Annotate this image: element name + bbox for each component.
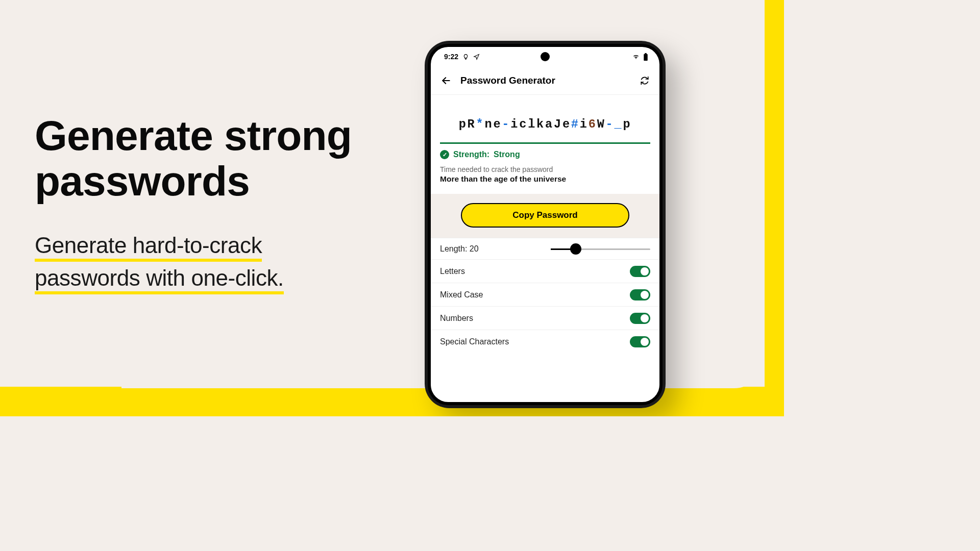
- special-chars-toggle[interactable]: [630, 336, 650, 347]
- bulb-icon: [462, 54, 469, 60]
- numbers-row: Numbers: [431, 306, 659, 330]
- check-icon: ✓: [440, 150, 449, 159]
- length-row: Length: 20: [431, 238, 659, 259]
- yellow-bottom-accent: [0, 387, 784, 416]
- numbers-label: Numbers: [440, 314, 473, 323]
- copy-password-button[interactable]: Copy Password: [461, 203, 629, 228]
- special-chars-row: Special Characters: [431, 330, 659, 353]
- mixed-case-toggle[interactable]: [630, 289, 650, 300]
- wifi-icon: [632, 53, 640, 60]
- letters-row: Letters: [431, 259, 659, 283]
- headline: Generate strong passwords: [35, 113, 392, 204]
- phone-camera: [541, 52, 550, 61]
- battery-icon: [643, 53, 648, 61]
- status-time: 9:22: [444, 53, 458, 61]
- yellow-side-accent: [765, 0, 784, 416]
- length-slider[interactable]: [551, 248, 650, 250]
- app-title: Password Generator: [460, 75, 631, 86]
- phone-mockup: 9:22 Password Generator pR*ne-iclkaJe#i6…: [425, 41, 666, 408]
- letters-label: Letters: [440, 267, 465, 276]
- svg-rect-1: [644, 54, 648, 60]
- letters-toggle[interactable]: [630, 266, 650, 277]
- marketing-block: Generate strong passwords Generate hard-…: [35, 113, 392, 294]
- strength-label: Strength:: [453, 150, 489, 159]
- subhead-line-1: Generate hard-to-crack: [35, 233, 262, 262]
- location-icon: [473, 54, 480, 60]
- app-header: Password Generator: [431, 66, 659, 95]
- refresh-button[interactable]: [640, 76, 649, 85]
- slider-thumb[interactable]: [570, 243, 581, 255]
- strength-value: Strong: [494, 150, 520, 159]
- crack-time-value: More than the age of the universe: [431, 174, 659, 194]
- crack-time-label: Time needed to crack the password: [431, 159, 659, 174]
- svg-rect-0: [645, 53, 647, 54]
- back-button[interactable]: [441, 76, 451, 86]
- strength-row: ✓ Strength: Strong: [431, 150, 659, 159]
- password-display: pR*ne-iclkaJe#i6W-_p: [431, 95, 659, 137]
- phone-screen: 9:22 Password Generator pR*ne-iclkaJe#i6…: [431, 47, 659, 402]
- subheadline: Generate hard-to-crack passwords with on…: [35, 229, 392, 294]
- special-chars-label: Special Characters: [440, 337, 509, 346]
- mixed-case-row: Mixed Case: [431, 283, 659, 306]
- mixed-case-label: Mixed Case: [440, 290, 483, 299]
- numbers-toggle[interactable]: [630, 313, 650, 324]
- strength-indicator-bar: [440, 142, 650, 144]
- length-label: Length: 20: [440, 244, 479, 254]
- subhead-line-2: passwords with one-click.: [35, 265, 284, 294]
